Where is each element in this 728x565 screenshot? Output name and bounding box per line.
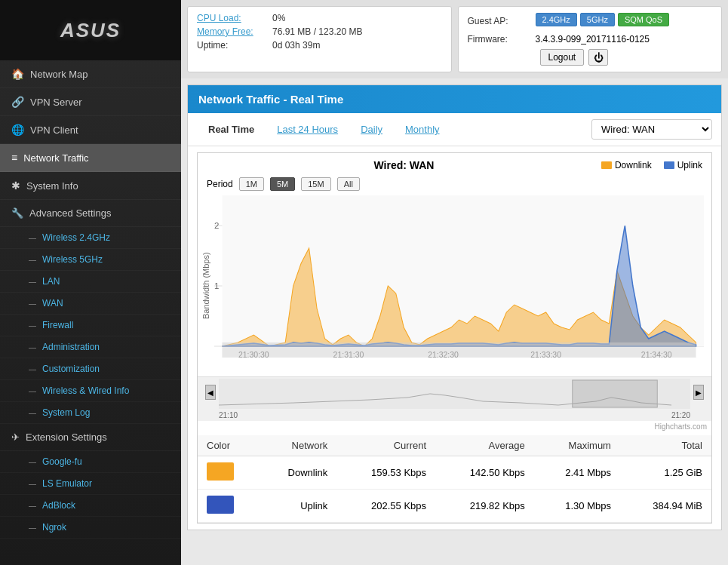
panel-header: Network Traffic - Real Time [188, 85, 721, 113]
traffic-data-table: Color Network Current Average Maximum To… [198, 435, 711, 523]
uptime-value: 0d 03h 39m [272, 40, 320, 51]
downlink-total: 1.25 GiB [620, 456, 711, 490]
sidebar-item-customization[interactable]: Customization [0, 358, 181, 380]
sidebar-item-label: Network Traffic [23, 152, 88, 164]
sidebar-item-vpn-client[interactable]: 🌐 VPN Client [0, 116, 181, 144]
chart-legend: Downlink Uplink [601, 160, 702, 170]
sidebar-section-advanced-settings[interactable]: 🔧 Advanced Settings [0, 200, 181, 227]
tab-last-24-hours[interactable]: Last 24 Hours [266, 119, 349, 140]
sidebar-section-label: Advanced Settings [29, 207, 111, 219]
sqm-qos-button[interactable]: SQM QoS [618, 13, 669, 26]
signal-icon: ≡ [11, 152, 17, 164]
home-icon: 🏠 [11, 68, 24, 80]
chart-container: Wired: WAN Downlink Uplink Period [197, 152, 712, 524]
tab-daily[interactable]: Daily [349, 119, 394, 140]
uplink-average: 219.82 Kbps [435, 490, 534, 523]
sidebar-item-label: VPN Client [30, 124, 78, 136]
scroll-right-button[interactable]: ▶ [693, 385, 704, 400]
sidebar-item-label: VPN Server [30, 97, 82, 108]
downlink-maximum: 2.41 Mbps [534, 456, 620, 490]
sidebar-item-network-map[interactable]: 🏠 Network Map [0, 60, 181, 88]
period-15m-button[interactable]: 15M [301, 177, 330, 191]
period-all-button[interactable]: All [337, 177, 360, 191]
mini-labels-row: 21:10 21:20 [219, 411, 690, 419]
sidebar: ASUS 🏠 Network Map 🔗 VPN Server 🌐 VPN Cl… [0, 0, 181, 565]
mini-chart-svg [219, 379, 690, 409]
sidebar-item-wan[interactable]: WAN [0, 293, 181, 315]
mini-label-1: 21:10 [219, 411, 238, 419]
col-maximum: Maximum [534, 435, 620, 456]
mini-navigator: 21:10 21:20 ◀ ▶ [198, 376, 711, 421]
svg-text:2: 2 [214, 221, 219, 230]
sidebar-item-label: Network Map [30, 69, 88, 80]
uplink-maximum: 1.30 Mbps [534, 490, 620, 523]
col-network: Network [259, 435, 336, 456]
svg-rect-15 [573, 380, 658, 407]
sidebar-item-adblock[interactable]: AdBlock [0, 495, 181, 517]
cpu-load-link[interactable]: CPU Load: [197, 13, 272, 23]
y-axis-label: Bandwidth (Mbps) [198, 195, 214, 376]
uplink-current: 202.55 Kbps [336, 490, 435, 523]
memory-free-link[interactable]: Memory Free: [197, 26, 272, 37]
sidebar-item-administration[interactable]: Administration [0, 336, 181, 358]
link-icon: 🔗 [11, 96, 24, 108]
tab-monthly[interactable]: Monthly [394, 119, 451, 140]
tabs-row: Real Time Last 24 Hours Daily Monthly Wi… [188, 113, 721, 146]
uplink-swatch [207, 496, 234, 514]
sidebar-item-ngrok[interactable]: Ngrok [0, 517, 181, 539]
table-row-downlink: Downlink 159.53 Kbps 142.50 Kbps 2.41 Mb… [198, 456, 711, 490]
firmware-value: 3.4.3.9-099_20171116-0125 [536, 34, 650, 45]
top-info-bar: CPU Load: 0% Memory Free: 76.91 MB / 123… [181, 0, 728, 78]
panel-title: Network Traffic - Real Time [198, 93, 343, 106]
content-area: Network Traffic - Real Time Real Time La… [181, 78, 728, 536]
legend-uplink: Uplink [664, 160, 702, 170]
sidebar-section-extension-settings[interactable]: ✈ Extension Settings [0, 424, 181, 451]
legend-downlink: Downlink [601, 160, 652, 170]
col-total: Total [620, 435, 711, 456]
col-average: Average [435, 435, 534, 456]
sidebar-logo: ASUS [0, 0, 181, 60]
sidebar-item-vpn-server[interactable]: 🔗 VPN Server [0, 88, 181, 116]
period-label: Period [207, 179, 233, 189]
uplink-label: Uplink [677, 160, 702, 170]
sidebar-item-system-log[interactable]: System Log [0, 402, 181, 424]
uplink-color-box [664, 161, 674, 169]
downlink-color-cell [198, 456, 259, 490]
downlink-label: Downlink [615, 160, 652, 170]
sidebar-navigation: 🏠 Network Map 🔗 VPN Server 🌐 VPN Client … [0, 60, 181, 539]
col-current: Current [336, 435, 435, 456]
guest-ap-24ghz-button[interactable]: 2.4GHz [536, 13, 577, 26]
sidebar-item-system-info[interactable]: ✱ System Info [0, 172, 181, 200]
chart-title-row: Wired: WAN Downlink Uplink [198, 153, 711, 174]
firmware-label: Firmware: [468, 34, 536, 45]
sidebar-item-firewall[interactable]: Firewall [0, 315, 181, 336]
sidebar-item-ls-emulator[interactable]: LS Emulator [0, 473, 181, 495]
firmware-card: Guest AP: 2.4GHz 5GHz SQM QoS Firmware: … [458, 6, 723, 72]
svg-rect-13 [222, 342, 696, 358]
memory-free-value: 76.91 MB / 123.20 MB [272, 26, 362, 37]
period-5m-button[interactable]: 5M [270, 177, 295, 191]
guest-ap-5ghz-button[interactable]: 5GHz [580, 13, 615, 26]
downlink-color-box [601, 161, 612, 169]
scroll-left-button[interactable]: ◀ [205, 385, 216, 400]
sidebar-item-network-traffic[interactable]: ≡ Network Traffic [0, 144, 181, 172]
logout-button[interactable]: Logout [540, 49, 585, 66]
sidebar-item-google-fu[interactable]: Google-fu [0, 451, 181, 473]
svg-text:1: 1 [214, 281, 219, 290]
sidebar-item-wireless-5ghz[interactable]: Wireless 5GHz [0, 249, 181, 271]
guest-ap-label: Guest AP: [468, 16, 536, 26]
uptime-label: Uptime: [197, 40, 272, 51]
network-traffic-panel: Network Traffic - Real Time Real Time La… [187, 84, 722, 530]
uplink-color-cell [198, 490, 259, 523]
sidebar-item-lan[interactable]: LAN [0, 271, 181, 293]
downlink-network: Downlink [259, 456, 336, 490]
power-button[interactable]: ⏻ [588, 49, 608, 66]
period-1m-button[interactable]: 1M [239, 177, 264, 191]
tab-real-time[interactable]: Real Time [197, 119, 266, 140]
network-select[interactable]: Wired: WAN Wired: LAN Wireless: 2.4GHz W… [591, 119, 712, 140]
uplink-network: Uplink [259, 490, 336, 523]
mini-label-2: 21:20 [671, 411, 690, 419]
sidebar-item-wireless-24ghz[interactable]: Wireless 2.4GHz [0, 227, 181, 249]
chart-title: Wired: WAN [207, 159, 601, 171]
sidebar-item-wireless-wired-info[interactable]: Wireless & Wired Info [0, 380, 181, 402]
